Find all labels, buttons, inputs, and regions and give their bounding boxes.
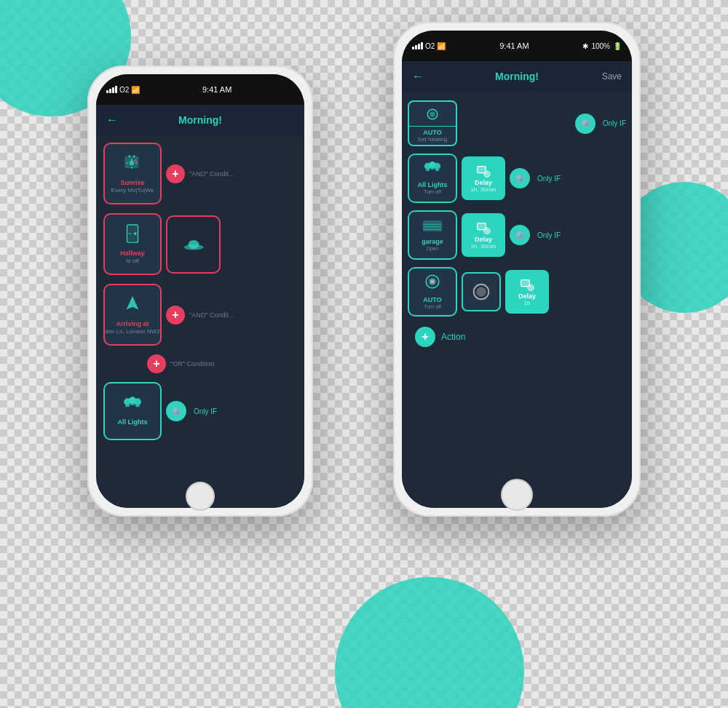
- scroll-area-left[interactable]: Sunrise Every Mo|Tu|We + "AND" Condit...: [96, 135, 304, 508]
- garage-row: garage Open Delay 1h, 30min: [408, 210, 626, 260]
- svg-marker-11: [127, 296, 139, 310]
- battery-icon: 🔋: [613, 42, 622, 50]
- delay-sublabel-2: 1h, 30min: [470, 243, 496, 250]
- lights-icon-left: [122, 396, 143, 416]
- action-row: + Action: [408, 327, 626, 347]
- all-lights-card-right[interactable]: All Lights Turn off: [408, 154, 457, 203]
- circle-icon: [471, 282, 491, 302]
- svg-rect-25: [435, 170, 439, 172]
- gear-btn-lights[interactable]: ⚙️: [510, 168, 530, 188]
- svg-rect-16: [130, 403, 135, 405]
- gear-btn-garage[interactable]: ⚙️: [510, 225, 530, 245]
- app-content-right: ← Morning! Save: [402, 61, 632, 508]
- phone-left-screen: O2 📶 9:41 AM ← Morning!: [96, 74, 304, 508]
- hallway-row: Hallway Is off: [103, 213, 297, 275]
- action-label: Action: [441, 332, 465, 342]
- arriving-card[interactable]: Arriving at den Ln, London NW2: [103, 284, 162, 346]
- delay-card-1[interactable]: Delay 1h, 30min: [462, 156, 505, 200]
- auto-icon-partial: [424, 108, 441, 121]
- signal-bars-right: [412, 42, 423, 49]
- auto-heating-card-partial[interactable]: [408, 100, 457, 127]
- and-condition-btn-2[interactable]: +: [166, 306, 185, 325]
- hallway-sublabel: Is off: [126, 258, 138, 265]
- back-button-right[interactable]: ←: [412, 70, 424, 83]
- sunrise-sublabel: Every Mo|Tu|We: [111, 187, 154, 194]
- status-right-left-side: O2 📶: [412, 42, 446, 50]
- all-lights-card-left[interactable]: All Lights: [103, 382, 162, 440]
- garage-card[interactable]: garage Open: [408, 210, 457, 260]
- status-bar-right: O2 📶 9:41 AM ✱ 100% 🔋: [402, 31, 632, 61]
- sunrise-card[interactable]: Sunrise Every Mo|Tu|We: [103, 143, 162, 204]
- svg-point-7: [134, 232, 137, 235]
- battery-text: 100%: [591, 42, 610, 50]
- auto-turnoff-icon: [424, 273, 441, 294]
- all-lights-label-left: All Lights: [118, 418, 148, 426]
- phones-container: O2 📶 9:41 AM ← Morning!: [87, 22, 641, 677]
- and-condition-text-1: "AND" Condit...: [189, 170, 234, 178]
- svg-point-10: [188, 240, 199, 249]
- all-lights-right-row: All Lights Turn off Delay 1h, 30min: [408, 154, 626, 203]
- delay-card-3[interactable]: Delay 1h: [505, 270, 549, 314]
- save-button-right[interactable]: Save: [602, 71, 622, 81]
- lights-icon-right: [423, 161, 442, 179]
- svg-rect-1: [129, 155, 130, 157]
- carrier-left: O2: [119, 86, 129, 94]
- home-button-right[interactable]: [501, 479, 533, 511]
- app-header-right: ← Morning! Save: [402, 61, 632, 92]
- phone-left: O2 📶 9:41 AM ← Morning!: [87, 65, 313, 517]
- arriving-sublabel: den Ln, London NW2: [105, 328, 160, 335]
- auto-turnoff-card[interactable]: AUTO Turn off: [408, 267, 457, 317]
- action-plus-btn[interactable]: +: [415, 327, 435, 347]
- time-right: 9:41 AM: [499, 41, 529, 50]
- time-left: 9:41 AM: [202, 85, 232, 94]
- or-condition-btn[interactable]: +: [147, 354, 166, 373]
- delay-sublabel-1: 1h, 30min: [470, 186, 496, 193]
- app-title-right: Morning!: [495, 71, 539, 82]
- hallway-card[interactable]: Hallway Is off: [103, 213, 162, 275]
- svg-rect-23: [426, 170, 430, 172]
- bar1: [106, 90, 108, 93]
- gear-btn-heating[interactable]: ⚙️: [575, 114, 596, 134]
- gear-btn-left[interactable]: ⚙️: [166, 401, 186, 421]
- svg-point-19: [430, 111, 435, 117]
- back-button-left[interactable]: ←: [106, 114, 118, 127]
- home-button-left[interactable]: [186, 482, 215, 511]
- auto-turnoff-sublabel: Turn off: [424, 304, 441, 310]
- all-lights-row-left: All Lights ⚙️ Only IF: [103, 382, 297, 440]
- svg-point-4: [135, 159, 137, 162]
- dark-card-1[interactable]: [166, 215, 221, 274]
- sunrise-row: Sunrise Every Mo|Tu|We + "AND" Condit...: [103, 143, 297, 204]
- hat-icon: [183, 237, 205, 252]
- wifi-icon-left: 📶: [131, 86, 140, 94]
- svg-rect-15: [125, 405, 130, 407]
- arriving-row: Arriving at den Ln, London NW2 + "AND" C…: [103, 284, 297, 346]
- bar3: [112, 87, 114, 93]
- app-title-left: Morning!: [178, 114, 222, 126]
- delay-label-3: Delay: [518, 293, 536, 300]
- scroll-area-right[interactable]: AUTO Set heating ⚙️ Only IF: [402, 92, 632, 508]
- or-condition-row: + "OR" Condition: [147, 354, 297, 373]
- delay-label-1: Delay: [475, 179, 492, 186]
- circle-card[interactable]: [462, 272, 501, 311]
- location-icon: [124, 295, 141, 318]
- only-if-heating: Only IF: [603, 119, 626, 127]
- svg-point-38: [476, 287, 486, 296]
- arriving-label: Arriving at: [116, 320, 149, 328]
- auto-heating-row: AUTO Set heating ⚙️ Only IF: [408, 100, 626, 146]
- and-condition-btn-1[interactable]: +: [166, 164, 185, 183]
- sunrise-icon: [123, 154, 142, 177]
- rbar2: [415, 45, 417, 49]
- delay-label-2: Delay: [475, 236, 492, 243]
- and-condition-text-2: "AND" Condit...: [189, 311, 234, 319]
- or-condition-text: "OR" Condition: [170, 360, 214, 367]
- all-lights-sublabel: Turn off: [424, 189, 441, 195]
- app-content-left: ← Morning!: [96, 105, 304, 508]
- bar4: [115, 86, 117, 93]
- delay-card-2[interactable]: Delay 1h, 30min: [462, 213, 505, 257]
- svg-rect-24: [430, 168, 434, 170]
- delay-icon-2: [476, 221, 491, 236]
- svg-rect-17: [135, 405, 140, 407]
- all-lights-label-right: All Lights: [418, 181, 448, 189]
- only-if-lights: Only IF: [537, 175, 561, 183]
- delay-icon-3: [520, 278, 534, 293]
